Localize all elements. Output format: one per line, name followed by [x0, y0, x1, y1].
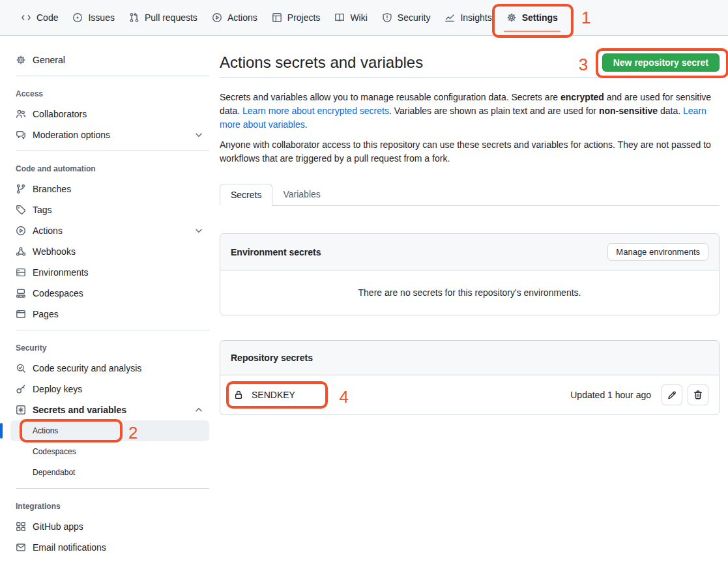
sidebar-item-email-notifications[interactable]: Email notifications	[10, 537, 209, 558]
new-repository-secret-button[interactable]: New repository secret	[602, 53, 720, 72]
sidebar-item-codespaces[interactable]: Codespaces	[10, 283, 209, 304]
repository-secrets-header: Repository secrets	[220, 341, 719, 375]
tab-variables[interactable]: Variables	[272, 184, 330, 205]
sidebar-item-pages[interactable]: Pages	[10, 304, 209, 325]
tab-code[interactable]: Code	[16, 8, 63, 27]
lock-icon	[233, 390, 244, 400]
sidebar-subitem-codespaces[interactable]: Codespaces	[10, 441, 209, 462]
intro-text: data.	[658, 106, 683, 116]
sidebar-item-label: General	[33, 55, 65, 65]
chevron-down-icon	[194, 225, 204, 236]
book-icon	[334, 12, 345, 23]
sidebar-divider	[16, 330, 209, 330]
comment-discussion-icon	[16, 130, 26, 140]
intro-text: .	[305, 119, 308, 130]
sidebar-item-label: Pages	[33, 309, 59, 319]
secret-name: SENDKEY	[252, 390, 295, 400]
sidebar-item-label: Moderation options	[33, 130, 187, 140]
edit-secret-button[interactable]	[662, 384, 682, 405]
sidebar-item-moderation-options[interactable]: Moderation options	[10, 124, 209, 145]
annotation-label-3: 3	[579, 55, 588, 75]
environment-secrets-box: Environment secrets Manage environments …	[220, 233, 720, 315]
sidebar-subitem-label: Actions	[33, 426, 58, 435]
sidebar-item-label: Webhooks	[33, 246, 76, 257]
sidebar-item-tags[interactable]: Tags	[10, 199, 209, 220]
sidebar-section-access: Access	[10, 81, 209, 104]
sidebar-item-label: Codespaces	[33, 288, 83, 298]
sidebar-section-security: Security	[10, 336, 209, 358]
secret-row: SENDKEY 4 Updated 1 hour ago	[220, 375, 719, 414]
trash-icon	[693, 390, 703, 400]
sidebar-divider	[16, 488, 209, 489]
shield-icon	[382, 12, 392, 23]
sidebar-item-deploy-keys[interactable]: Deploy keys	[10, 379, 209, 399]
intro-bold-non-sensitive: non-sensitive	[599, 106, 658, 116]
environment-secrets-empty-text: There are no secrets for this repository…	[220, 270, 719, 315]
sidebar-section-integrations: Integrations	[10, 494, 209, 516]
tab-wiki[interactable]: Wiki	[329, 8, 372, 27]
repository-secrets-title: Repository secrets	[231, 353, 313, 363]
tab-security[interactable]: Security	[377, 8, 436, 27]
tab-pull-requests[interactable]: Pull requests	[124, 8, 203, 27]
tab-label: Settings	[522, 12, 558, 23]
repo-tab-bar: Code Issues Pull requests Actions Projec…	[0, 0, 728, 36]
tab-insights[interactable]: Insights	[439, 8, 497, 27]
sidebar-item-webhooks[interactable]: Webhooks	[10, 241, 209, 262]
chevron-down-icon	[194, 130, 204, 140]
server-icon	[16, 267, 26, 278]
manage-environments-button[interactable]: Manage environments	[607, 243, 708, 261]
secret-name-group: SENDKEY 4	[233, 390, 295, 400]
tab-projects[interactable]: Projects	[267, 8, 326, 27]
sidebar-item-label: Deploy keys	[33, 384, 82, 394]
sidebar-item-label: Collaborators	[33, 109, 87, 119]
tab-label: Pull requests	[145, 12, 197, 23]
sidebar-section-code-automation: Code and automation	[10, 156, 209, 179]
tab-label: Insights	[460, 12, 491, 23]
intro-paragraph: Secrets and variables allow you to manag…	[220, 91, 720, 132]
git-pull-request-icon	[129, 12, 139, 23]
sidebar-subitem-actions[interactable]: Actions 2	[10, 420, 209, 441]
tab-label: Code	[36, 12, 58, 23]
secret-updated-text: Updated 1 hour ago	[570, 390, 651, 400]
sidebar-item-label: Secrets and variables	[33, 405, 187, 415]
sidebar-item-general[interactable]: General	[10, 50, 209, 70]
sidebar-item-branches[interactable]: Branches	[10, 179, 209, 199]
sidebar-item-code-security[interactable]: Code security and analysis	[10, 358, 209, 379]
tab-issues[interactable]: Issues	[67, 8, 119, 27]
play-icon	[16, 225, 26, 236]
tab-label: Actions	[227, 12, 257, 23]
tab-secrets[interactable]: Secrets	[220, 184, 272, 206]
page-header: Actions secrets and variables New reposi…	[220, 36, 720, 78]
sidebar-item-environments[interactable]: Environments	[10, 262, 209, 283]
people-icon	[16, 109, 26, 119]
collaborator-paragraph: Anyone with collaborator access to this …	[220, 138, 720, 166]
sidebar-item-collaborators[interactable]: Collaborators	[10, 104, 209, 124]
key-icon	[16, 384, 26, 394]
sidebar-item-actions[interactable]: Actions	[10, 220, 209, 241]
gear-icon	[16, 55, 26, 65]
sidebar-divider	[16, 76, 209, 76]
environment-secrets-header: Environment secrets Manage environments	[220, 234, 719, 270]
intro-text: . Variables are shown as plain text and …	[389, 106, 599, 116]
sidebar-subitem-label: Dependabot	[33, 468, 75, 477]
sidebar-item-secrets-and-variables[interactable]: Secrets and variables	[10, 399, 209, 420]
annotation-label-2: 2	[128, 423, 138, 443]
sidebar-subitem-label: Codespaces	[33, 447, 76, 456]
sidebar-item-label: Email notifications	[33, 542, 106, 553]
tab-label: Projects	[287, 12, 321, 23]
settings-sidebar: General Access Collaborators Moderation …	[0, 36, 220, 558]
tab-actions[interactable]: Actions	[207, 8, 263, 27]
sidebar-item-label: Branches	[33, 184, 71, 194]
active-tab-underline	[504, 31, 561, 32]
link-encrypted-secrets[interactable]: Learn more about encrypted secrets	[242, 106, 389, 116]
tab-label: Security	[398, 12, 431, 23]
sidebar-item-github-apps[interactable]: GitHub apps	[10, 516, 209, 537]
tab-label: Issues	[88, 12, 114, 23]
tag-icon	[16, 205, 26, 215]
key-asterisk-icon	[16, 405, 26, 415]
delete-secret-button[interactable]	[688, 384, 708, 405]
webhook-icon	[16, 246, 26, 257]
tab-settings[interactable]: Settings 1	[501, 8, 563, 27]
sidebar-subitem-dependabot[interactable]: Dependabot	[10, 462, 209, 483]
sidebar-item-label: Tags	[33, 205, 52, 215]
